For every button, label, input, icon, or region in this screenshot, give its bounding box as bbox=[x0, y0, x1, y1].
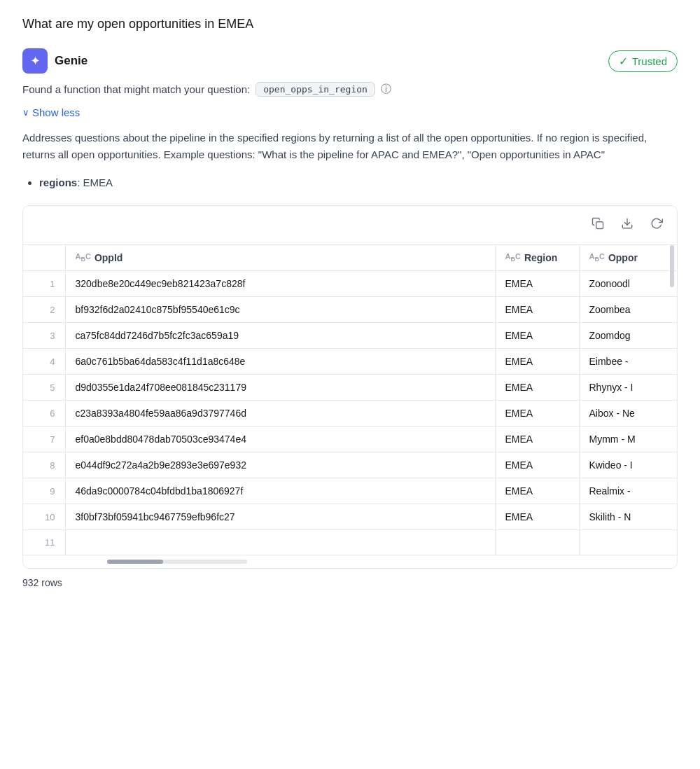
cell-rownum: 5 bbox=[23, 375, 65, 401]
genie-card: ✦ Genie ✓ Trusted Found a function that … bbox=[22, 48, 678, 588]
trusted-badge: ✓ Trusted bbox=[608, 50, 678, 72]
col-type-icon-opport: ABC bbox=[589, 252, 605, 263]
copy-button[interactable] bbox=[589, 214, 607, 236]
cell-oppid: bf932f6d2a02410c875bf95540e61c9c bbox=[65, 297, 495, 323]
table-scroll-area[interactable]: ABC OppId ABC Region ABC bbox=[23, 245, 677, 568]
cell-region: EMEA bbox=[495, 271, 579, 297]
param-name: regions bbox=[39, 176, 77, 188]
table-toolbar bbox=[23, 206, 677, 245]
cell-oppid: d9d0355e1da24f708ee081845c231179 bbox=[65, 375, 495, 401]
data-table: ABC OppId ABC Region ABC bbox=[23, 245, 677, 555]
cell-region: EMEA bbox=[495, 323, 579, 349]
cell-opport: Realmix - bbox=[579, 478, 677, 504]
scrollbar-thumb bbox=[107, 560, 163, 564]
cell-region: EMEA bbox=[495, 401, 579, 427]
params-list: regions: EMEA bbox=[39, 174, 678, 191]
col-header-region[interactable]: ABC Region bbox=[495, 245, 579, 271]
cell-region: EMEA bbox=[495, 375, 579, 401]
cell-rownum: 8 bbox=[23, 452, 65, 478]
cell-rownum: 2 bbox=[23, 297, 65, 323]
cell-rownum: 6 bbox=[23, 401, 65, 427]
checkmark-icon: ✓ bbox=[619, 55, 628, 68]
cell-region: EMEA bbox=[495, 478, 579, 504]
cell-opport: Skilith - N bbox=[579, 504, 677, 530]
cell-region: EMEA bbox=[495, 452, 579, 478]
info-icon[interactable]: ⓘ bbox=[381, 83, 391, 96]
function-prefix: Found a function that might match your q… bbox=[22, 83, 250, 95]
cell-opport: Zoombea bbox=[579, 297, 677, 323]
col-type-icon-region: ABC bbox=[505, 252, 521, 263]
cell-rownum: 9 bbox=[23, 478, 65, 504]
col-type-icon-oppid: ABC bbox=[76, 252, 91, 263]
genie-title-row: ✦ Genie bbox=[22, 48, 88, 74]
data-table-container: ABC OppId ABC Region ABC bbox=[22, 205, 678, 569]
table-header-row: ABC OppId ABC Region ABC bbox=[23, 245, 677, 271]
refresh-button[interactable] bbox=[648, 214, 666, 236]
cell-rownum: 7 bbox=[23, 427, 65, 452]
show-less-button[interactable]: ∨ Show less bbox=[22, 104, 80, 121]
cell-rownum-11: 11 bbox=[23, 530, 65, 555]
cell-oppid: c23a8393a4804fe59aa86a9d3797746d bbox=[65, 401, 495, 427]
table-row: 3 ca75fc84dd7246d7b5fc2fc3ac659a19 EMEA … bbox=[23, 323, 677, 349]
page-question: What are my open opportunities in EMEA bbox=[22, 17, 678, 32]
table-row-partial: 11 bbox=[23, 530, 677, 555]
vertical-scroll-indicator bbox=[670, 245, 674, 287]
cell-oppid-11 bbox=[65, 530, 495, 555]
table-row: 9 46da9c0000784c04bfdbd1ba1806927f EMEA … bbox=[23, 478, 677, 504]
table-row: 7 ef0a0e8bdd80478dab70503ce93474e4 EMEA … bbox=[23, 427, 677, 452]
cell-opport: Zoomdog bbox=[579, 323, 677, 349]
cell-opport: Zoonoodl bbox=[579, 271, 677, 297]
trusted-label: Trusted bbox=[632, 55, 667, 67]
col-header-rownum bbox=[23, 245, 65, 271]
genie-icon: ✦ bbox=[22, 48, 48, 74]
cell-rownum: 1 bbox=[23, 271, 65, 297]
col-label-region: Region bbox=[524, 252, 557, 263]
table-row: 4 6a0c761b5ba64da583c4f11d1a8c648e EMEA … bbox=[23, 349, 677, 375]
function-pill: open_opps_in_region bbox=[255, 82, 375, 97]
cell-region: EMEA bbox=[495, 349, 579, 375]
cell-opport-11 bbox=[579, 530, 677, 555]
svg-rect-0 bbox=[596, 222, 603, 229]
table-row: 5 d9d0355e1da24f708ee081845c231179 EMEA … bbox=[23, 375, 677, 401]
cell-oppid: e044df9c272a4a2b9e2893e3e697e932 bbox=[65, 452, 495, 478]
cell-rownum: 10 bbox=[23, 504, 65, 530]
param-value: EMEA bbox=[83, 176, 113, 188]
cell-oppid: 3f0bf73bf05941bc9467759efb96fc27 bbox=[65, 504, 495, 530]
show-less-label: Show less bbox=[32, 106, 80, 118]
cell-rownum: 4 bbox=[23, 349, 65, 375]
cell-oppid: ca75fc84dd7246d7b5fc2fc3ac659a19 bbox=[65, 323, 495, 349]
cell-oppid: 6a0c761b5ba64da583c4f11d1a8c648e bbox=[65, 349, 495, 375]
col-label-opport: Oppor bbox=[608, 252, 638, 263]
description-text: Addresses questions about the pipeline i… bbox=[22, 130, 678, 163]
cell-oppid: 320dbe8e20c449ec9eb821423a7c828f bbox=[65, 271, 495, 297]
genie-header: ✦ Genie ✓ Trusted bbox=[22, 48, 678, 74]
cell-region: EMEA bbox=[495, 504, 579, 530]
cell-opport: Mymm - M bbox=[579, 427, 677, 452]
download-button[interactable] bbox=[618, 214, 636, 236]
table-row: 2 bf932f6d2a02410c875bf95540e61c9c EMEA … bbox=[23, 297, 677, 323]
cell-oppid: ef0a0e8bdd80478dab70503ce93474e4 bbox=[65, 427, 495, 452]
col-label-oppid: OppId bbox=[94, 252, 122, 263]
cell-region: EMEA bbox=[495, 427, 579, 452]
genie-name: Genie bbox=[55, 54, 88, 68]
col-header-oppid[interactable]: ABC OppId bbox=[65, 245, 495, 271]
sparkle-icon: ✦ bbox=[30, 53, 41, 69]
rows-count: 932 rows bbox=[22, 577, 678, 588]
cell-opport: Rhynyx - I bbox=[579, 375, 677, 401]
cell-region-11 bbox=[495, 530, 579, 555]
chevron-down-icon: ∨ bbox=[22, 107, 29, 118]
cell-oppid: 46da9c0000784c04bfdbd1ba1806927f bbox=[65, 478, 495, 504]
cell-region: EMEA bbox=[495, 297, 579, 323]
table-row: 8 e044df9c272a4a2b9e2893e3e697e932 EMEA … bbox=[23, 452, 677, 478]
function-line: Found a function that might match your q… bbox=[22, 82, 678, 97]
cell-opport: Kwideo - I bbox=[579, 452, 677, 478]
table-row: 10 3f0bf73bf05941bc9467759efb96fc27 EMEA… bbox=[23, 504, 677, 530]
param-item: regions: EMEA bbox=[39, 174, 678, 191]
cell-rownum: 3 bbox=[23, 323, 65, 349]
scrollbar-track bbox=[107, 560, 247, 564]
horizontal-scrollbar[interactable] bbox=[23, 555, 677, 568]
table-row: 1 320dbe8e20c449ec9eb821423a7c828f EMEA … bbox=[23, 271, 677, 297]
cell-opport: Aibox - Ne bbox=[579, 401, 677, 427]
col-header-opport[interactable]: ABC Oppor bbox=[579, 245, 677, 271]
cell-opport: Eimbee - bbox=[579, 349, 677, 375]
